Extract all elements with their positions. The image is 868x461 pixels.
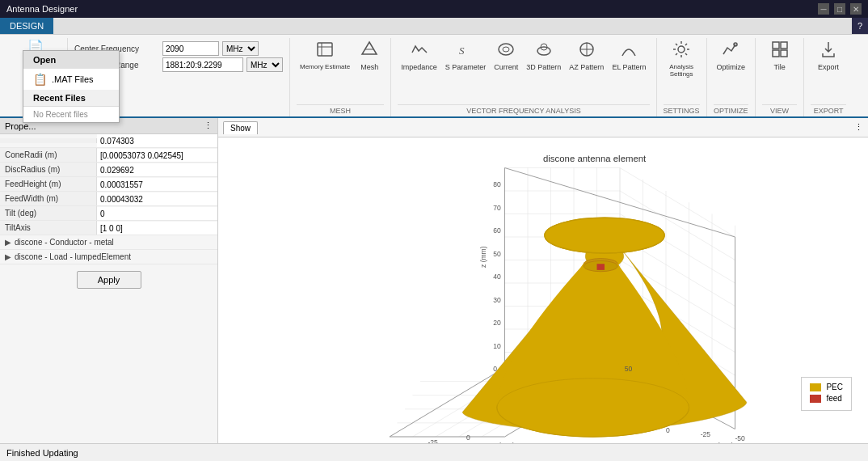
dropdown-recent-section: Recent Files <box>23 90 119 107</box>
antenna-3d-view: discone antenna element 0 10 20 30 40 50… <box>309 145 777 452</box>
legend: PEC feed <box>801 377 852 411</box>
help-button[interactable]: ? <box>852 18 868 34</box>
prop-input-3[interactable] <box>100 180 214 189</box>
prop-value-1[interactable] <box>97 149 217 162</box>
export-button[interactable]: Export <box>814 38 843 73</box>
az-pattern-button[interactable]: AZ Pattern <box>566 38 607 73</box>
svg-text:0: 0 <box>493 365 497 373</box>
left-panel: Prope... ⋮ ConeRadii (m) DiscRadius (m) <box>0 118 218 459</box>
prop-input-5[interactable] <box>100 209 214 218</box>
svg-text:60: 60 <box>493 226 501 235</box>
svg-text:-25: -25 <box>701 430 711 438</box>
mesh-buttons: Memory Estimate Mesh <box>297 38 384 103</box>
load-label: discone - Load - lumpedElement <box>15 252 131 261</box>
dropdown-mat-files[interactable]: 📋 .MAT Files <box>23 69 119 90</box>
optimize-group-label: OPTIMIZE <box>714 104 749 115</box>
svg-text:80: 80 <box>493 180 501 188</box>
prop-value-0[interactable] <box>97 134 217 147</box>
apply-button[interactable]: Apply <box>77 271 141 289</box>
ribbon: 📄 New 📂 Open 💾 Save Center Frequency MHz <box>0 35 868 118</box>
svg-marker-3 <box>362 42 377 54</box>
mesh-group-label: MESH <box>297 104 384 115</box>
dropdown-open[interactable]: Open <box>23 51 119 69</box>
ribbon-group-optimize: Optimize OPTIMIZE <box>707 38 756 116</box>
vector-buttons: Impedance S S Parameter Current <box>398 38 649 103</box>
window-controls: ─ □ ✕ <box>818 3 862 15</box>
mat-files-label: .MAT Files <box>52 74 94 84</box>
legend-color-pec <box>810 383 821 391</box>
optimize-button[interactable]: Optimize <box>714 38 749 73</box>
prop-row-1: ConeRadii (m) <box>0 148 217 163</box>
freq-range-input[interactable] <box>162 57 243 72</box>
prop-label-4: FeedWidth (m) <box>0 192 97 205</box>
status-text: Finished Updating <box>6 448 78 458</box>
show-button[interactable]: Show <box>223 121 258 134</box>
legend-label-pec: PEC <box>826 383 843 391</box>
status-bar: Finished Updating <box>0 443 868 461</box>
prop-row-6: TiltAxis <box>0 221 217 235</box>
svg-rect-17 <box>773 50 779 57</box>
prop-input-4[interactable] <box>100 195 214 204</box>
optimize-buttons: Optimize <box>714 38 749 103</box>
conductor-arrow-icon: ▶ <box>5 238 11 247</box>
section-conductor[interactable]: ▶ discone - Conductor - metal <box>0 235 217 250</box>
vector-group-label: VECTOR FREQUENCY ANALYSIS <box>398 104 649 115</box>
panel-options-icon[interactable]: ⋮ <box>204 121 213 131</box>
restore-button[interactable]: □ <box>834 3 845 15</box>
close-button[interactable]: ✕ <box>850 3 862 15</box>
svg-text:10: 10 <box>493 342 501 350</box>
prop-row-5: Tilt (deg) <box>0 206 217 221</box>
current-button[interactable]: Current <box>491 38 521 73</box>
prop-value-5[interactable] <box>97 207 217 220</box>
ribbon-group-vector: Impedance S S Parameter Current <box>391 38 656 116</box>
section-load[interactable]: ▶ discone - Load - lumpedElement <box>0 250 217 264</box>
memory-estimate-button[interactable]: Memory Estimate <box>297 38 353 72</box>
svg-text:z (mm): z (mm) <box>479 246 487 268</box>
mesh-button[interactable]: Mesh <box>355 38 384 73</box>
prop-row-4: FeedWidth (m) <box>0 192 217 206</box>
mat-icon: 📋 <box>33 73 47 86</box>
prop-input-2[interactable] <box>100 166 214 175</box>
analysis-settings-button[interactable]: AnalysisSettings <box>666 38 697 79</box>
prop-label-3: FeedHeight (m) <box>0 177 97 191</box>
svg-text:20: 20 <box>493 319 501 327</box>
svg-point-8 <box>537 47 550 55</box>
el-pattern-button[interactable]: EL Pattern <box>609 38 649 73</box>
svg-point-13 <box>678 46 685 53</box>
svg-text:S: S <box>459 44 465 57</box>
title-bar: Antenna Designer ─ □ ✕ <box>0 0 868 18</box>
prop-input-6[interactable] <box>100 224 214 233</box>
minimize-button[interactable]: ─ <box>818 3 829 15</box>
prop-label-6: TiltAxis <box>0 221 97 235</box>
prop-label-0 <box>0 138 97 143</box>
prop-value-4[interactable] <box>97 192 217 205</box>
properties-table: ConeRadii (m) DiscRadius (m) FeedHeight … <box>0 134 217 235</box>
window-title: Antenna Designer <box>6 4 78 14</box>
tab-design[interactable]: DESIGN <box>0 18 53 34</box>
prop-value-2[interactable] <box>97 163 217 176</box>
export-buttons: Export <box>814 38 843 103</box>
ribbon-group-mesh: Memory Estimate Mesh MESH <box>290 38 391 116</box>
s-parameter-button[interactable]: S S Parameter <box>442 38 490 73</box>
ribbon-group-view: Tile VIEW <box>756 38 804 116</box>
center-freq-input[interactable] <box>162 41 219 56</box>
svg-text:-50: -50 <box>735 434 746 442</box>
legend-item-feed: feed <box>810 394 843 403</box>
prop-input-1[interactable] <box>100 151 214 160</box>
tile-button[interactable]: Tile <box>765 38 794 73</box>
prop-value-3[interactable] <box>97 178 217 191</box>
view-buttons: Tile <box>765 38 794 103</box>
prop-value-6[interactable] <box>97 222 217 235</box>
open-dropdown: Open 📋 .MAT Files Recent Files No Recent… <box>23 50 120 123</box>
impedance-button[interactable]: Impedance <box>398 38 440 73</box>
3d-pattern-button[interactable]: 3D Pattern <box>523 38 564 73</box>
open-label: Open <box>33 55 56 65</box>
prop-row-2: DiscRadius (m) <box>0 163 217 177</box>
prop-input-0[interactable] <box>100 137 214 146</box>
freq-range-unit[interactable]: MHz GHz <box>246 57 283 72</box>
ribbon-group-settings: AnalysisSettings SETTINGS <box>657 38 707 116</box>
prop-label-1: ConeRadii (m) <box>0 148 97 162</box>
center-freq-unit[interactable]: MHz GHz <box>222 41 259 56</box>
view-options-icon[interactable]: ⋮ <box>854 122 863 133</box>
export-group-label: EXPORT <box>811 104 846 115</box>
